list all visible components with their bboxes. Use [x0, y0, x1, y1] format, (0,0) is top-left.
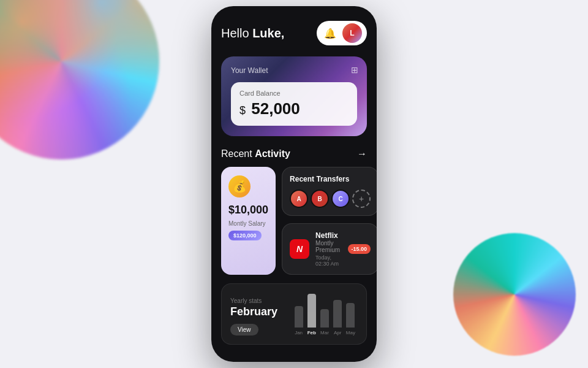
background-blob-right — [453, 233, 576, 356]
balance-label: Card Balance — [239, 90, 349, 97]
phone-content: Hello Luke, 🔔 L Your Wallet ⊞ Card Balan… — [211, 6, 377, 362]
salary-amount: $10,000 — [228, 204, 268, 217]
wallet-card: Your Wallet ⊞ Card Balance $ 52,000 — [221, 56, 367, 136]
header-actions: 🔔 L — [317, 21, 367, 45]
balance-amount: $ 52,000 — [239, 99, 349, 118]
stats-info: Yearly stats February View — [230, 297, 292, 335]
bar — [320, 309, 329, 328]
bar-label: Feb — [307, 330, 316, 335]
activity-title-bold: Activity — [255, 148, 290, 159]
balance-value: 52,000 — [251, 99, 300, 118]
activity-title-prefix: Recent — [221, 148, 255, 159]
salary-card: 💰 $10,000 Montly Salary $120,000 — [221, 167, 276, 275]
wallet-label: Your Wallet — [231, 66, 357, 75]
add-transfer-button[interactable]: + — [352, 190, 371, 208]
bar-group: Jan — [294, 306, 303, 335]
bar-group: May — [346, 303, 355, 335]
greeting-text: Hello Luke, — [221, 26, 284, 40]
bar — [333, 300, 342, 328]
right-column: Recent Transfers A B C + N Netflix Montl… — [282, 167, 377, 275]
greeting-name: Luke, — [252, 26, 284, 40]
bar-label: Apr — [334, 330, 341, 335]
app-header: Hello Luke, 🔔 L — [221, 21, 367, 45]
bar — [307, 294, 316, 328]
bar — [295, 306, 303, 328]
bar-group: Mar — [320, 309, 329, 335]
activity-title: Recent Activity — [221, 148, 290, 159]
bar-group: Feb — [307, 294, 316, 335]
netflix-name: Netflix — [315, 231, 341, 240]
salary-badge: $120,000 — [228, 231, 262, 240]
netflix-logo: N — [290, 239, 309, 259]
netflix-info: Netflix Montly Premium Today, 02:30 Am — [315, 231, 341, 267]
netflix-card: N Netflix Montly Premium Today, 02:30 Am… — [282, 223, 377, 275]
transfer-avatar-3[interactable]: C — [331, 190, 350, 208]
user-avatar[interactable]: L — [342, 23, 362, 43]
greeting-prefix: Hello — [221, 26, 252, 40]
netflix-amount: -15.00 — [348, 244, 371, 254]
stats-body: Yearly stats February View JanFebMarAprM… — [230, 297, 358, 335]
phone-container: Hello Luke, 🔔 L Your Wallet ⊞ Card Balan… — [211, 6, 377, 362]
activity-section-header: Recent Activity → — [221, 148, 367, 159]
salary-label: Montly Salary — [228, 220, 266, 227]
bar-chart: JanFebMarAprMay — [292, 299, 358, 335]
view-button[interactable]: View — [230, 324, 258, 335]
transfers-title: Recent Transfers — [290, 175, 371, 183]
currency-symbol: $ — [239, 104, 246, 117]
inner-card: Card Balance $ 52,000 — [231, 82, 357, 126]
bar — [346, 303, 355, 328]
netflix-plan: Montly Premium — [315, 240, 341, 253]
transfers-card: Recent Transfers A B C + — [282, 167, 377, 216]
expand-icon[interactable]: ⊞ — [351, 65, 358, 75]
activity-grid: 💰 $10,000 Montly Salary $120,000 Recent … — [221, 167, 367, 275]
activity-arrow[interactable]: → — [357, 148, 367, 159]
coin-icon: 💰 — [228, 175, 251, 197]
avatar-row: A B C + — [290, 190, 371, 208]
bell-icon[interactable]: 🔔 — [322, 25, 339, 42]
bar-label: Jan — [295, 330, 303, 335]
bar-group: Apr — [333, 300, 342, 335]
background-blob-left — [0, 0, 159, 159]
stats-subtitle: Yearly stats — [230, 297, 292, 304]
bar-label: May — [346, 330, 355, 335]
transfer-avatar-2[interactable]: B — [311, 190, 329, 208]
netflix-time: Today, 02:30 Am — [315, 255, 341, 267]
transfer-avatar-1[interactable]: A — [290, 190, 308, 208]
bar-label: Mar — [320, 330, 329, 335]
stats-month: February — [230, 305, 292, 318]
stats-card: Yearly stats February View JanFebMarAprM… — [221, 283, 367, 345]
